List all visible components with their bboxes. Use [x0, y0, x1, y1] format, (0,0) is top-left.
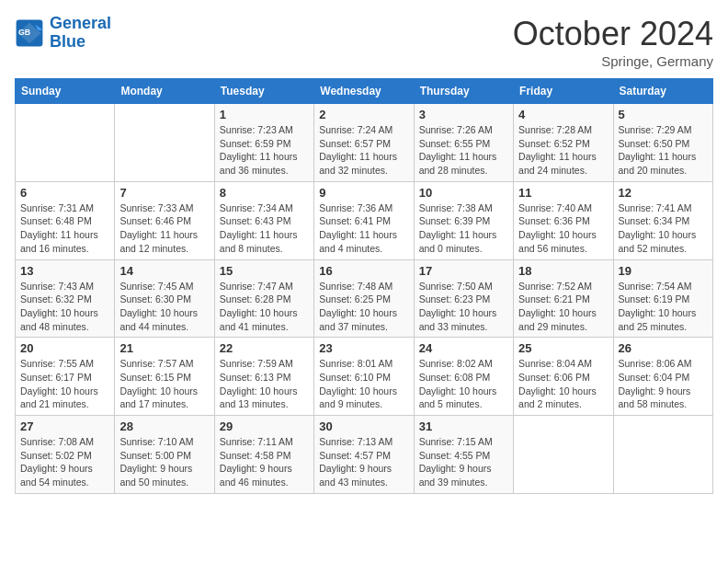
day-detail: Sunrise: 8:02 AM Sunset: 6:08 PM Dayligh… [419, 357, 508, 411]
calendar-cell: 30Sunrise: 7:13 AM Sunset: 4:57 PM Dayli… [314, 416, 414, 494]
calendar-cell: 15Sunrise: 7:47 AM Sunset: 6:28 PM Dayli… [214, 259, 313, 338]
day-detail: Sunrise: 7:29 AM Sunset: 6:50 PM Dayligh… [619, 123, 708, 178]
day-detail: Sunrise: 7:40 AM Sunset: 6:36 PM Dayligh… [518, 201, 608, 256]
location-subtitle: Springe, Germany [513, 53, 713, 69]
calendar-cell: 19Sunrise: 7:54 AM Sunset: 6:19 PM Dayli… [613, 259, 712, 338]
calendar-table: SundayMondayTuesdayWednesdayThursdayFrid… [15, 78, 713, 494]
day-detail: Sunrise: 7:52 AM Sunset: 6:21 PM Dayligh… [518, 280, 608, 334]
day-detail: Sunrise: 7:10 AM Sunset: 5:00 PM Dayligh… [119, 435, 209, 489]
calendar-cell: 3Sunrise: 7:26 AM Sunset: 6:55 PM Daylig… [414, 104, 513, 182]
day-number: 10 [419, 186, 508, 200]
day-detail: Sunrise: 7:55 AM Sunset: 6:17 PM Dayligh… [20, 357, 109, 411]
calendar-cell: 26Sunrise: 8:06 AM Sunset: 6:04 PM Dayli… [613, 338, 712, 416]
calendar-cell [514, 416, 613, 494]
day-detail: Sunrise: 7:31 AM Sunset: 6:48 PM Dayligh… [20, 201, 109, 256]
day-number: 13 [20, 264, 109, 278]
day-number: 16 [319, 264, 408, 278]
calendar-cell: 8Sunrise: 7:34 AM Sunset: 6:43 PM Daylig… [214, 181, 313, 259]
day-detail: Sunrise: 7:24 AM Sunset: 6:57 PM Dayligh… [319, 123, 408, 178]
day-number: 29 [220, 419, 309, 433]
calendar-header-row: SundayMondayTuesdayWednesdayThursdayFrid… [16, 79, 713, 104]
day-detail: Sunrise: 7:59 AM Sunset: 6:13 PM Dayligh… [220, 357, 309, 411]
day-header-monday: Monday [115, 79, 214, 104]
calendar-cell: 5Sunrise: 7:29 AM Sunset: 6:50 PM Daylig… [613, 104, 712, 182]
day-number: 27 [20, 419, 109, 433]
day-detail: Sunrise: 7:43 AM Sunset: 6:32 PM Dayligh… [20, 280, 109, 334]
day-number: 2 [319, 108, 408, 121]
day-number: 12 [619, 186, 708, 200]
day-detail: Sunrise: 7:08 AM Sunset: 5:02 PM Dayligh… [20, 435, 109, 489]
day-detail: Sunrise: 7:26 AM Sunset: 6:55 PM Dayligh… [419, 123, 508, 178]
calendar-cell: 24Sunrise: 8:02 AM Sunset: 6:08 PM Dayli… [414, 338, 513, 416]
day-detail: Sunrise: 7:45 AM Sunset: 6:30 PM Dayligh… [119, 280, 209, 334]
calendar-week-row: 1Sunrise: 7:23 AM Sunset: 6:59 PM Daylig… [16, 104, 713, 182]
day-detail: Sunrise: 7:41 AM Sunset: 6:34 PM Dayligh… [619, 201, 708, 256]
day-detail: Sunrise: 7:33 AM Sunset: 6:46 PM Dayligh… [119, 201, 209, 256]
calendar-cell: 6Sunrise: 7:31 AM Sunset: 6:48 PM Daylig… [16, 181, 115, 259]
day-header-thursday: Thursday [414, 79, 513, 104]
calendar-cell: 13Sunrise: 7:43 AM Sunset: 6:32 PM Dayli… [16, 259, 115, 338]
day-number: 23 [319, 341, 408, 355]
calendar-cell: 21Sunrise: 7:57 AM Sunset: 6:15 PM Dayli… [115, 338, 214, 416]
day-detail: Sunrise: 7:38 AM Sunset: 6:39 PM Dayligh… [419, 201, 508, 256]
day-number: 15 [220, 264, 309, 278]
calendar-cell: 27Sunrise: 7:08 AM Sunset: 5:02 PM Dayli… [16, 416, 115, 494]
day-number: 22 [220, 341, 309, 355]
day-detail: Sunrise: 7:15 AM Sunset: 4:55 PM Dayligh… [419, 435, 508, 489]
calendar-week-row: 6Sunrise: 7:31 AM Sunset: 6:48 PM Daylig… [16, 181, 713, 259]
calendar-week-row: 13Sunrise: 7:43 AM Sunset: 6:32 PM Dayli… [16, 259, 713, 338]
logo: GB General Blue [15, 15, 111, 52]
day-number: 17 [419, 264, 508, 278]
calendar-cell: 2Sunrise: 7:24 AM Sunset: 6:57 PM Daylig… [314, 104, 414, 182]
page-header: GB General Blue October 2024 Springe, Ge… [15, 15, 713, 69]
calendar-cell: 12Sunrise: 7:41 AM Sunset: 6:34 PM Dayli… [613, 181, 712, 259]
day-detail: Sunrise: 7:54 AM Sunset: 6:19 PM Dayligh… [619, 280, 708, 334]
day-number: 6 [20, 186, 109, 200]
day-detail: Sunrise: 7:28 AM Sunset: 6:52 PM Dayligh… [518, 123, 608, 178]
day-number: 24 [419, 341, 508, 355]
day-detail: Sunrise: 7:34 AM Sunset: 6:43 PM Dayligh… [220, 201, 309, 256]
day-number: 25 [518, 341, 608, 355]
calendar-cell: 20Sunrise: 7:55 AM Sunset: 6:17 PM Dayli… [16, 338, 115, 416]
day-number: 1 [220, 108, 309, 121]
calendar-cell: 9Sunrise: 7:36 AM Sunset: 6:41 PM Daylig… [314, 181, 414, 259]
day-detail: Sunrise: 7:48 AM Sunset: 6:25 PM Dayligh… [319, 280, 408, 334]
day-number: 26 [619, 341, 708, 355]
day-number: 3 [419, 108, 508, 121]
calendar-cell: 16Sunrise: 7:48 AM Sunset: 6:25 PM Dayli… [314, 259, 414, 338]
calendar-cell: 10Sunrise: 7:38 AM Sunset: 6:39 PM Dayli… [414, 181, 513, 259]
day-detail: Sunrise: 8:06 AM Sunset: 6:04 PM Dayligh… [619, 357, 708, 411]
day-detail: Sunrise: 7:50 AM Sunset: 6:23 PM Dayligh… [419, 280, 508, 334]
calendar-cell: 22Sunrise: 7:59 AM Sunset: 6:13 PM Dayli… [214, 338, 313, 416]
day-number: 30 [319, 419, 408, 433]
day-detail: Sunrise: 7:36 AM Sunset: 6:41 PM Dayligh… [319, 201, 408, 256]
day-header-wednesday: Wednesday [314, 79, 414, 104]
calendar-cell: 29Sunrise: 7:11 AM Sunset: 4:58 PM Dayli… [214, 416, 313, 494]
calendar-cell: 18Sunrise: 7:52 AM Sunset: 6:21 PM Dayli… [514, 259, 613, 338]
day-header-sunday: Sunday [16, 79, 115, 104]
day-number: 11 [518, 186, 608, 200]
day-detail: Sunrise: 8:01 AM Sunset: 6:10 PM Dayligh… [319, 357, 408, 411]
logo-icon: GB [15, 18, 44, 48]
day-detail: Sunrise: 7:11 AM Sunset: 4:58 PM Dayligh… [220, 435, 309, 489]
logo-text: General Blue [50, 15, 111, 52]
day-number: 28 [119, 419, 209, 433]
day-header-saturday: Saturday [613, 79, 712, 104]
logo-blue: Blue [50, 32, 85, 51]
month-title: October 2024 [513, 15, 713, 53]
calendar-cell: 28Sunrise: 7:10 AM Sunset: 5:00 PM Dayli… [115, 416, 214, 494]
day-number: 5 [619, 108, 708, 121]
title-block: October 2024 Springe, Germany [513, 15, 713, 69]
calendar-cell [115, 104, 214, 182]
day-header-tuesday: Tuesday [214, 79, 313, 104]
day-detail: Sunrise: 8:04 AM Sunset: 6:06 PM Dayligh… [518, 357, 608, 411]
day-number: 7 [119, 186, 209, 200]
day-number: 19 [619, 264, 708, 278]
day-number: 14 [119, 264, 209, 278]
svg-text:GB: GB [18, 27, 30, 36]
calendar-week-row: 20Sunrise: 7:55 AM Sunset: 6:17 PM Dayli… [16, 338, 713, 416]
calendar-cell: 11Sunrise: 7:40 AM Sunset: 6:36 PM Dayli… [514, 181, 613, 259]
calendar-cell: 31Sunrise: 7:15 AM Sunset: 4:55 PM Dayli… [414, 416, 513, 494]
day-number: 18 [518, 264, 608, 278]
calendar-cell: 4Sunrise: 7:28 AM Sunset: 6:52 PM Daylig… [514, 104, 613, 182]
